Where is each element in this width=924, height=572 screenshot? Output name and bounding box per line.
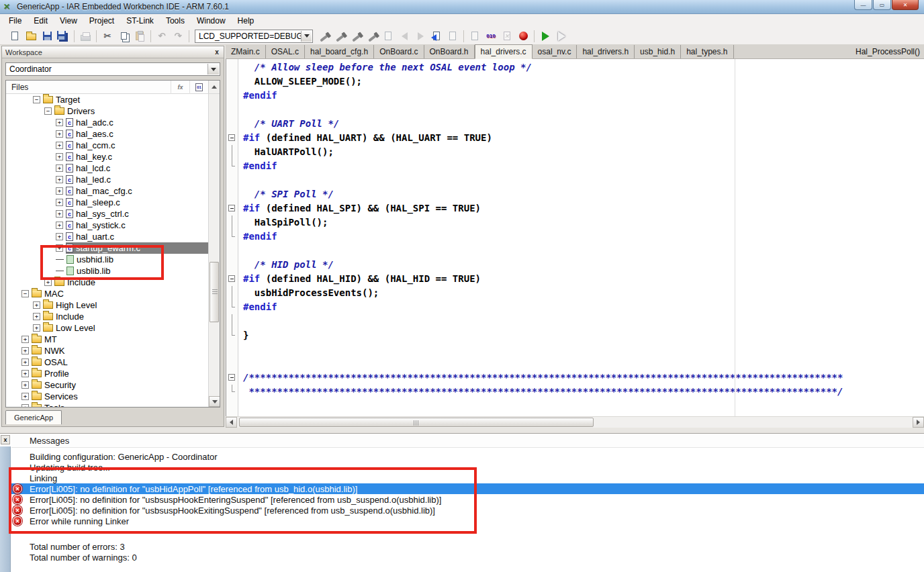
editor-tab-hal-drivers-c[interactable]: hal_drivers.c — [475, 44, 533, 59]
maximize-button[interactable]: ▭ — [873, 0, 891, 10]
tree-item-nwk[interactable]: +NWK — [6, 345, 208, 356]
tree-item-startup-ewarm-c[interactable]: +cstartup_ewarm.c — [6, 242, 208, 254]
tree-item-hal-mac-cfg-c[interactable]: +chal_mac_cfg.c — [6, 185, 208, 197]
make-button[interactable]: 010 — [483, 29, 499, 44]
tree-scrollbar-thumb[interactable] — [210, 262, 219, 322]
tree-item-hal-led-c[interactable]: +chal_led.c — [6, 174, 208, 185]
tree-item-hal-uart-c[interactable]: +chal_uart.c — [6, 231, 208, 242]
chevron-down-icon[interactable] — [301, 31, 312, 42]
tree-item-hal-sys-ctrl-c[interactable]: +chal_sys_ctrl.c — [6, 208, 208, 220]
tree-item-low-level[interactable]: +Low Level — [6, 322, 208, 334]
expand-icon[interactable]: + — [33, 324, 40, 332]
tree-item-high-level[interactable]: +High Level — [6, 299, 208, 311]
menu-item-stlink[interactable]: ST-Link — [120, 15, 160, 27]
editor-tab-hal-drivers-h[interactable]: hal_drivers.h — [577, 45, 635, 58]
editor-tab-osal-nv-c[interactable]: osal_nv.c — [533, 45, 578, 58]
redo-button[interactable]: ↷ — [170, 29, 186, 44]
expand-icon[interactable]: + — [56, 210, 63, 218]
expand-icon[interactable]: + — [21, 370, 29, 377]
open-file-button[interactable] — [23, 29, 39, 44]
expand-icon[interactable]: + — [56, 244, 63, 252]
download-and-debug-button[interactable] — [537, 29, 553, 44]
menu-item-project[interactable]: Project — [83, 15, 120, 27]
tree-item-include[interactable]: +Include — [6, 277, 208, 288]
tree-item-security[interactable]: +Security — [6, 379, 208, 391]
project-file-tree[interactable]: −Target−Drivers+chal_adc.c+chal_aes.c+ch… — [6, 94, 208, 407]
collapse-icon[interactable]: − — [21, 290, 29, 297]
tree-item-drivers[interactable]: −Drivers — [6, 105, 208, 117]
fold-collapse-icon[interactable] — [226, 201, 238, 216]
tree-item-mt[interactable]: +MT — [6, 334, 208, 345]
tree-item-usblib-lib[interactable]: usblib.lib — [6, 265, 208, 277]
expand-icon[interactable]: + — [56, 176, 63, 183]
message-row[interactable]: Linking — [11, 473, 924, 483]
message-row[interactable]: Building configuration: GenericApp - Coo… — [11, 451, 924, 462]
editor-tab-onboard-c[interactable]: OnBoard.c — [374, 45, 424, 58]
define-symbol-dropdown[interactable]: LCD_SUPPORTED=DEBUG — [195, 30, 313, 43]
workspace-close-icon[interactable]: x — [212, 48, 222, 56]
fold-collapse-icon[interactable] — [226, 131, 238, 145]
expand-icon[interactable]: + — [56, 142, 63, 149]
tree-item-hal-ccm-c[interactable]: +chal_ccm.c — [6, 140, 208, 151]
message-row-error[interactable]: ✕Error while running Linker — [11, 516, 924, 526]
expand-icon[interactable]: + — [44, 279, 52, 286]
tree-item-osal[interactable]: +OSAL — [6, 356, 208, 368]
expand-icon[interactable]: + — [56, 187, 63, 195]
tree-scroll-up-icon[interactable] — [208, 81, 220, 93]
find-button[interactable] — [316, 29, 332, 44]
tree-item-hal-lcd-c[interactable]: +chal_lcd.c — [6, 162, 208, 174]
editor-tab-hal-board-cfg-h[interactable]: hal_board_cfg.h — [305, 45, 374, 58]
navigate-forward-button[interactable] — [412, 29, 428, 44]
hscroll-right-icon[interactable] — [913, 417, 924, 428]
tree-item-target[interactable]: −Target — [6, 94, 208, 105]
expand-icon[interactable]: + — [21, 381, 29, 389]
collapse-icon[interactable]: − — [44, 107, 52, 115]
collapse-icon[interactable]: − — [33, 96, 40, 103]
save-button[interactable] — [39, 29, 55, 44]
menu-item-view[interactable]: View — [54, 15, 83, 27]
editor-tab-onboard-h[interactable]: OnBoard.h — [424, 45, 475, 58]
tree-item-hal-aes-c[interactable]: +chal_aes.c — [6, 128, 208, 140]
expand-icon[interactable]: + — [21, 347, 29, 354]
tree-item-usbhid-lib[interactable]: usbhid.lib — [6, 254, 208, 265]
expand-icon[interactable]: + — [21, 404, 29, 407]
message-row-error[interactable]: ✕Error[Li005]: no definition for "usbsus… — [11, 494, 924, 505]
editor-tab-zmain-c[interactable]: ZMain.c — [226, 45, 266, 58]
tree-item-mac[interactable]: −MAC — [6, 288, 208, 299]
message-row[interactable]: Updating build tree... — [11, 462, 924, 473]
messages-panel-grip[interactable] — [0, 446, 11, 572]
message-row-error[interactable]: ✕Error[Li005]: no definition for "usbHid… — [11, 483, 924, 494]
expand-icon[interactable]: + — [21, 393, 29, 400]
tree-item-include[interactable]: +Include — [6, 311, 208, 322]
menu-item-file[interactable]: File — [3, 15, 28, 27]
close-button[interactable]: ✕ — [892, 0, 919, 10]
expand-icon[interactable]: + — [21, 359, 29, 366]
cut-button[interactable]: ✂ — [99, 29, 116, 44]
fold-margin[interactable] — [226, 59, 238, 416]
menu-item-window[interactable]: Window — [191, 15, 232, 27]
message-row[interactable]: Total number of errors: 3 — [11, 541, 924, 552]
tree-item-hal-sleep-c[interactable]: +chal_sleep.c — [6, 197, 208, 208]
message-row[interactable]: Total number of warnings: 0 — [11, 552, 924, 563]
find-previous-button[interactable] — [348, 29, 364, 44]
expand-icon[interactable]: + — [56, 119, 63, 126]
stop-build-button[interactable] — [499, 29, 515, 44]
find-next-button[interactable] — [332, 29, 348, 44]
expand-icon[interactable]: + — [56, 164, 63, 172]
expand-icon[interactable]: + — [56, 233, 63, 240]
tree-item-services[interactable]: +Services — [6, 391, 208, 402]
code-text-area[interactable]: /* Allow sleep before the next OSAL even… — [239, 60, 924, 416]
menu-item-tools[interactable]: Tools — [160, 15, 191, 27]
tree-item-tools[interactable]: +Tools — [6, 402, 208, 407]
replace-button[interactable] — [364, 29, 380, 44]
undo-button[interactable]: ↶ — [154, 29, 170, 44]
paste-button[interactable] — [132, 29, 148, 44]
compile-button[interactable] — [467, 29, 483, 44]
browse-forward-button[interactable] — [445, 29, 461, 44]
expand-icon[interactable]: + — [33, 301, 40, 309]
menu-item-help[interactable]: Help — [232, 15, 261, 27]
fold-collapse-icon[interactable] — [226, 272, 238, 286]
find-in-files-button[interactable] — [380, 29, 396, 44]
editor-tab-usb-hid-h[interactable]: usb_hid.h — [635, 45, 681, 58]
expand-icon[interactable]: + — [56, 199, 63, 206]
